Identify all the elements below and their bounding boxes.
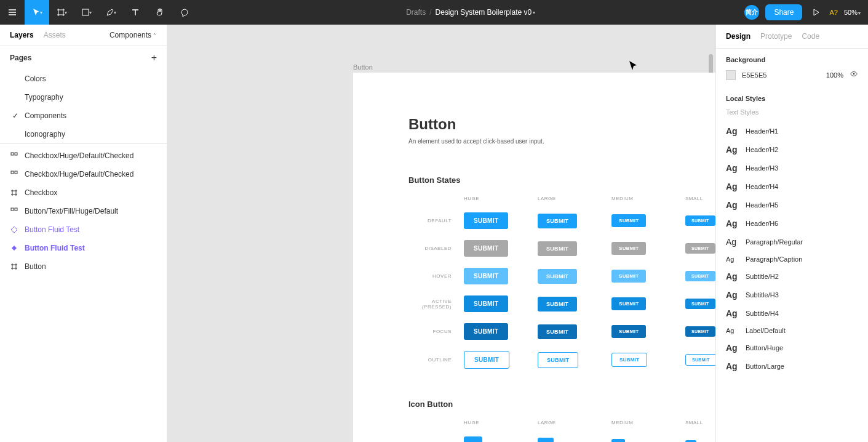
text-style-item[interactable]: AgParagraph/Regular: [726, 233, 858, 251]
ag-icon: Ag: [726, 163, 739, 173]
eye-icon: [850, 70, 858, 78]
svg-rect-3: [11, 171, 14, 174]
zoom-level[interactable]: 50% ▾: [844, 9, 861, 16]
canvas[interactable]: Button Button An element used to accept …: [167, 25, 715, 442]
components-dropdown[interactable]: Components ⌃: [109, 31, 157, 39]
text-tool[interactable]: [123, 0, 148, 25]
layer-item[interactable]: Checkbox/Huge/Default/Checked: [0, 147, 167, 165]
background-hex[interactable]: E5E5E5: [742, 71, 820, 79]
tab-layers[interactable]: Layers: [10, 31, 34, 39]
cursor-icon: [629, 60, 637, 71]
layer-item[interactable]: Button Fluid Test: [0, 220, 167, 239]
menu-button[interactable]: [0, 0, 25, 25]
shape-tool[interactable]: ▾: [74, 0, 98, 25]
svg-rect-6: [15, 208, 17, 211]
sample-button: SUBMIT: [538, 324, 577, 339]
svg-point-7: [853, 73, 855, 75]
add-page-button[interactable]: +: [151, 52, 157, 63]
text-style-item[interactable]: AgSubtitle/H4: [726, 304, 858, 323]
tab-code[interactable]: Code: [802, 32, 819, 41]
column-header: LARGE: [538, 196, 605, 201]
visibility-toggle[interactable]: [850, 70, 858, 80]
style-label: Button/Large: [746, 363, 784, 370]
chevron-up-icon: ⌃: [153, 33, 157, 38]
breadcrumb[interactable]: Drafts / Design System Boilerplate v0 ▾: [197, 8, 744, 17]
text-style-item[interactable]: AgHeader/H2: [726, 140, 858, 159]
page-item[interactable]: Typography: [0, 88, 167, 106]
ag-icon: Ag: [726, 145, 739, 155]
background-opacity[interactable]: 100%: [826, 71, 843, 79]
text-style-item[interactable]: AgSubtitle/H2: [726, 267, 858, 286]
sample-button: SUBMIT: [685, 354, 715, 366]
document-title[interactable]: Design System Boilerplate v0 ▾: [436, 8, 536, 17]
breadcrumb-sep: /: [429, 8, 431, 17]
text-style-item[interactable]: AgButton/Huge: [726, 339, 858, 357]
tab-design[interactable]: Design: [726, 32, 751, 41]
move-tool[interactable]: ▾: [25, 0, 49, 25]
layer-item[interactable]: Checkbox: [0, 183, 167, 202]
text-style-item[interactable]: AgHeader/H3: [726, 159, 858, 177]
page-item[interactable]: ✓Components: [0, 106, 167, 125]
text-style-item[interactable]: AgHeader/H5: [726, 196, 858, 214]
row-header: OUTLINE: [408, 357, 458, 363]
sample-button: SUBMIT: [538, 352, 578, 368]
page-label: Typography: [25, 93, 63, 102]
hand-tool[interactable]: [148, 0, 172, 25]
left-panel: Layers Assets Components ⌃ Pages + Color…: [0, 25, 167, 442]
tab-assets[interactable]: Assets: [44, 31, 66, 39]
sample-button: SUBMIT: [538, 241, 577, 256]
background-row[interactable]: E5E5E5 100%: [726, 70, 858, 80]
style-label: Header/H3: [746, 164, 778, 172]
text-style-item[interactable]: AgSubtitle/H3: [726, 286, 858, 304]
text-styles-heading: Text Styles: [726, 108, 858, 116]
component-icon: [10, 225, 18, 234]
text-style-item[interactable]: AgButton/Large: [726, 357, 858, 376]
ag-icon: Ag: [726, 182, 739, 191]
text-style-item[interactable]: AgParagraph/Caption: [726, 251, 858, 267]
column-header: MEDIUM: [611, 196, 679, 201]
page-item[interactable]: Colors: [0, 70, 167, 88]
svg-rect-5: [11, 208, 14, 211]
layer-item[interactable]: Button/Text/Fill/Huge/Default: [0, 202, 167, 220]
sample-button: SUBMIT: [464, 240, 508, 257]
text-style-item[interactable]: AgHeader/H6: [726, 214, 858, 233]
frame-tool[interactable]: ▾: [49, 0, 74, 25]
page-item[interactable]: Iconography: [0, 125, 167, 143]
text-style-item[interactable]: AgLabel/Default: [726, 323, 858, 339]
tab-prototype[interactable]: Prototype: [760, 32, 792, 41]
share-button[interactable]: Share: [765, 4, 802, 20]
layer-item[interactable]: Button: [0, 257, 167, 276]
breadcrumb-parent[interactable]: Drafts: [406, 8, 426, 17]
sample-button: SUBMIT: [538, 214, 577, 228]
text-style-item[interactable]: AgHeader/H1: [726, 122, 858, 140]
present-button[interactable]: [808, 0, 823, 25]
layer-item[interactable]: Button Fluid Test: [0, 239, 167, 257]
style-label: Header/H5: [746, 201, 778, 209]
background-swatch[interactable]: [726, 70, 736, 80]
sample-button: SUBMIT: [538, 269, 577, 284]
column-header: SMALL: [685, 196, 715, 201]
sample-button: SUBMIT: [464, 351, 509, 369]
style-label: Header/H6: [746, 220, 778, 227]
frame-button[interactable]: Button An element used to accept click-b…: [353, 73, 715, 442]
component-set-icon: [10, 151, 18, 160]
style-label: Paragraph/Regular: [746, 238, 803, 246]
layer-label: Button Fluid Test: [25, 244, 85, 252]
missing-fonts-indicator[interactable]: A?: [829, 9, 837, 16]
ag-icon: Ag: [726, 219, 739, 228]
text-style-item[interactable]: AgHeader/H4: [726, 177, 858, 196]
layer-item[interactable]: Checkbox/Huge/Default/Checked: [0, 165, 167, 183]
page-subtitle: An element used to accept click-based us…: [408, 138, 715, 145]
comment-tool[interactable]: [172, 0, 197, 25]
frame-label[interactable]: Button: [353, 63, 373, 71]
ag-icon: Ag: [726, 308, 739, 318]
pages-heading: Pages: [10, 54, 31, 62]
pen-tool[interactable]: ▾: [98, 0, 123, 25]
column-header: MEDIUM: [611, 420, 679, 425]
avatar[interactable]: 简介: [744, 5, 759, 20]
column-header: HUGE: [464, 196, 532, 201]
component-filled-icon: [10, 244, 18, 252]
hand-icon: [155, 7, 165, 17]
sample-button: SUBMIT: [685, 271, 715, 281]
column-header: HUGE: [464, 420, 532, 425]
